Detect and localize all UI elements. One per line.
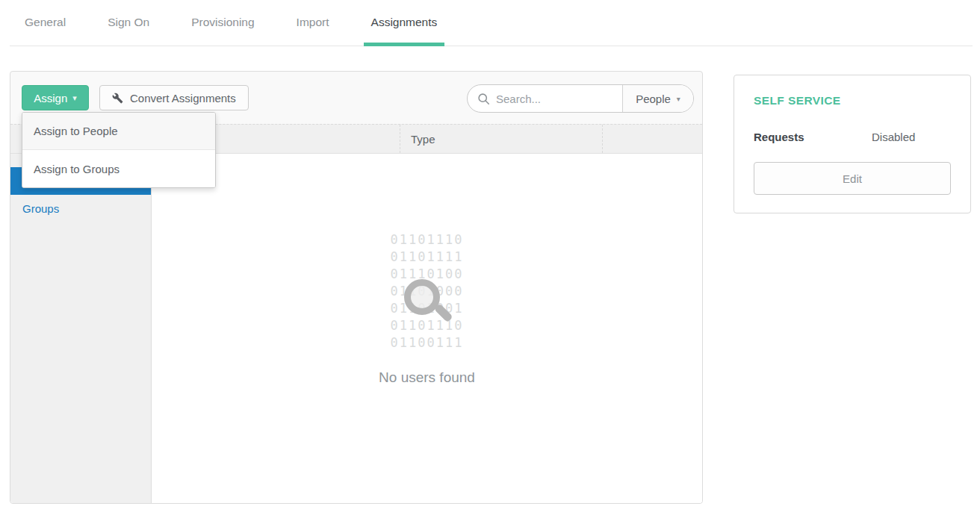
menu-item-assign-to-people[interactable]: Assign to People xyxy=(22,113,215,150)
tab-provisioning[interactable]: Provisioning xyxy=(184,16,261,46)
search-scope-label: People xyxy=(636,93,671,105)
convert-assignments-button[interactable]: Convert Assignments xyxy=(99,85,249,110)
search-area xyxy=(468,85,622,112)
self-service-edit-button[interactable]: Edit xyxy=(754,162,951,195)
search-input[interactable] xyxy=(496,93,608,105)
tab-assignments[interactable]: Assignments xyxy=(364,16,445,46)
tab-general[interactable]: General xyxy=(17,16,73,46)
self-service-card: SELF SERVICE Requests Disabled Edit xyxy=(734,75,971,213)
binary-art-line: 01100111 xyxy=(152,334,702,352)
self-service-requests-row: Requests Disabled xyxy=(754,131,951,143)
assign-button-label: Assign xyxy=(34,92,67,104)
self-service-title: SELF SERVICE xyxy=(754,94,951,107)
magnifier-icon xyxy=(404,279,440,315)
convert-assignments-label: Convert Assignments xyxy=(130,92,236,104)
sidebar-item-groups[interactable]: Groups xyxy=(10,195,151,222)
column-header-actions xyxy=(603,125,702,153)
requests-status-value: Disabled xyxy=(872,131,915,143)
binary-art-line: 01101110 xyxy=(152,317,702,334)
search-pill: People ▾ xyxy=(467,84,694,113)
app-tabbar: General Sign On Provisioning Import Assi… xyxy=(10,0,973,46)
tab-sign-on[interactable]: Sign On xyxy=(100,16,157,46)
column-header-type[interactable]: Type xyxy=(400,125,603,153)
assignments-content: 01101110 01101111 01110100 01101000 0110… xyxy=(152,154,702,503)
requests-label: Requests xyxy=(754,131,872,143)
chevron-down-icon: ▾ xyxy=(72,93,77,103)
binary-art-line: 01101110 xyxy=(152,231,702,249)
assign-dropdown-menu: Assign to People Assign to Groups xyxy=(22,112,216,188)
search-scope-dropdown[interactable]: People ▾ xyxy=(622,85,693,112)
binary-art-line: 01101111 xyxy=(152,249,702,266)
no-users-found-message: No users found xyxy=(152,369,702,386)
wrench-icon xyxy=(112,93,123,104)
assignment-filter-nav: People Groups xyxy=(10,154,152,503)
assignments-body: People Groups 01101110 01101111 01110100… xyxy=(10,154,702,503)
app-page: General Sign On Provisioning Import Assi… xyxy=(0,0,980,512)
search-icon xyxy=(477,93,490,105)
tab-import[interactable]: Import xyxy=(289,16,337,46)
chevron-down-icon: ▾ xyxy=(677,95,680,103)
assign-button[interactable]: Assign ▾ xyxy=(22,85,89,110)
menu-item-assign-to-groups[interactable]: Assign to Groups xyxy=(22,150,215,187)
